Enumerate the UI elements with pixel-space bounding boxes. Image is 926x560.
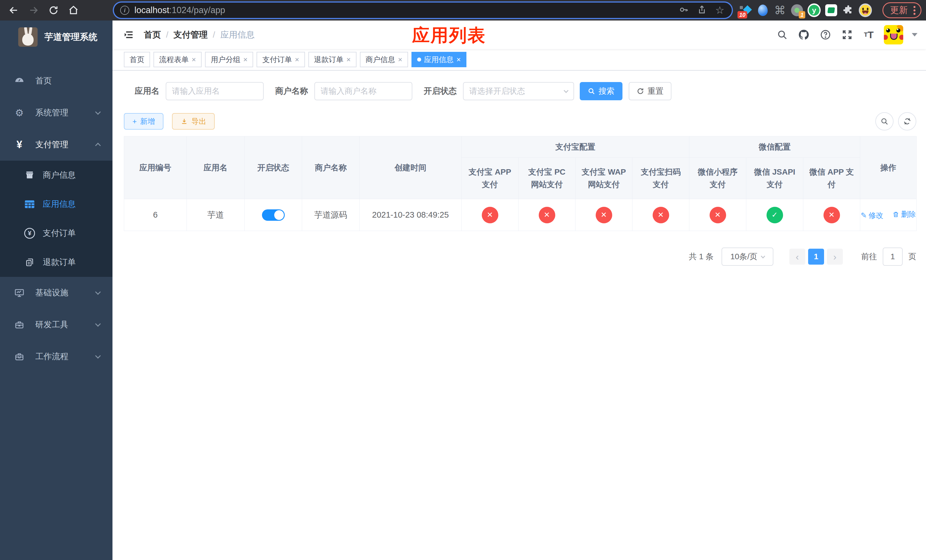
- sidebar: 芋道管理系统 首页 ⚙ 系统管理 ¥ 支付管理: [0, 21, 112, 560]
- refresh-table-button[interactable]: [898, 112, 916, 130]
- sidebar-item-merchant-info[interactable]: 商户信息: [0, 160, 112, 190]
- breadcrumb: 首页 / 支付管理 / 应用信息: [144, 21, 254, 49]
- col-alipay-wap: 支付宝 WAP 网站支付: [575, 158, 632, 199]
- tab-home[interactable]: 首页: [124, 52, 150, 67]
- col-status: 开启状态: [245, 136, 302, 199]
- merchant-name-input[interactable]: [314, 82, 412, 100]
- page-number-active[interactable]: 1: [808, 249, 824, 265]
- extensions-puzzle-icon[interactable]: [842, 4, 855, 17]
- search-icon[interactable]: [776, 28, 789, 41]
- reset-button[interactable]: 重置: [629, 82, 672, 100]
- edit-link[interactable]: ✎修改: [861, 210, 884, 221]
- sidebar-item-pay-orders[interactable]: ¥ 支付订单: [0, 219, 112, 248]
- extension-chat-icon[interactable]: [825, 4, 838, 17]
- close-icon[interactable]: ×: [192, 55, 196, 64]
- close-icon[interactable]: ×: [243, 55, 247, 64]
- refresh-icon: [903, 117, 911, 125]
- status-label: 开启状态: [424, 85, 457, 97]
- extension-badge: 1: [799, 11, 805, 18]
- sidebar-item-refund-orders[interactable]: 退款订单: [0, 248, 112, 277]
- cell-wx-app: ✕: [803, 199, 860, 231]
- close-icon[interactable]: ×: [457, 55, 461, 64]
- page-info-icon[interactable]: i: [120, 6, 129, 15]
- forward-icon[interactable]: [27, 4, 40, 17]
- page-unit-label: 页: [908, 251, 916, 262]
- col-alipay-pc: 支付宝 PC 网站支付: [519, 158, 575, 199]
- bookmark-star-icon[interactable]: ☆: [715, 5, 725, 15]
- toggle-search-button[interactable]: [875, 112, 894, 130]
- chevron-down-icon: [95, 109, 101, 115]
- group-alipay-config: 支付宝配置: [461, 136, 689, 158]
- status-toggle[interactable]: [262, 209, 285, 221]
- cell-alipay-app: ✕: [461, 199, 519, 231]
- delete-link[interactable]: 删除: [893, 209, 916, 219]
- sidebar-item-payment[interactable]: ¥ 支付管理: [0, 129, 112, 160]
- tab-app-info[interactable]: 应用信息 ×: [412, 52, 466, 67]
- sidebar-item-workflow[interactable]: 工作流程: [0, 341, 112, 372]
- tab-process-form[interactable]: 流程表单×: [153, 52, 201, 67]
- breadcrumb-payment[interactable]: 支付管理: [173, 29, 207, 41]
- search-button[interactable]: 搜索: [580, 82, 622, 100]
- status-select[interactable]: 请选择开启状态: [463, 82, 574, 100]
- trash-icon: [893, 211, 899, 218]
- page-content: 应用名 商户名称 开启状态 请选择开启状态 搜索: [112, 71, 926, 266]
- close-icon[interactable]: ×: [346, 55, 351, 64]
- extension-balloon-icon[interactable]: [756, 4, 769, 17]
- documents-icon: [22, 258, 37, 267]
- extension-yuque-icon[interactable]: y: [808, 4, 821, 17]
- goto-page-input[interactable]: [883, 248, 903, 266]
- close-icon[interactable]: ×: [295, 55, 299, 64]
- extension-diamond-icon[interactable]: 10: [739, 4, 752, 17]
- extension-command-icon[interactable]: ⌘: [773, 4, 787, 17]
- cell-merchant: 芋道源码: [302, 199, 360, 231]
- add-button[interactable]: + 新增: [124, 113, 163, 130]
- back-icon[interactable]: [8, 4, 20, 17]
- yen-icon: ¥: [11, 139, 27, 151]
- tab-user-group[interactable]: 用户分组×: [205, 52, 253, 67]
- breadcrumb-current: 应用信息: [220, 29, 254, 41]
- page-size-select[interactable]: 10条/页: [722, 248, 773, 266]
- chevron-up-icon: [95, 143, 101, 148]
- user-avatar[interactable]: [884, 25, 903, 44]
- sidebar-item-dev-tools[interactable]: 研发工具: [0, 309, 112, 341]
- share-icon[interactable]: [697, 5, 707, 16]
- plus-icon: +: [132, 117, 137, 126]
- app-name-label: 应用名: [135, 85, 159, 97]
- browser-menu-icon[interactable]: [914, 6, 915, 15]
- status-fail-icon: ✕: [710, 207, 726, 223]
- tab-merchant-info[interactable]: 商户信息×: [360, 52, 408, 67]
- font-size-icon[interactable]: TT: [862, 28, 875, 41]
- sidebar-item-app-info[interactable]: 应用信息: [0, 190, 112, 219]
- next-page-button[interactable]: ›: [827, 249, 843, 265]
- address-bar[interactable]: i localhost:1024/pay/app ☆: [114, 3, 732, 18]
- breadcrumb-home[interactable]: 首页: [144, 29, 161, 41]
- cell-create-time: 2021-10-23 08:49:25: [360, 199, 461, 231]
- browser-update-button[interactable]: 更新: [882, 2, 921, 18]
- grid-icon: [22, 200, 37, 209]
- sidebar-collapse-icon[interactable]: [122, 29, 135, 41]
- col-wx-app: 微信 APP 支付: [803, 158, 860, 199]
- reload-icon[interactable]: [47, 4, 60, 17]
- col-app-name: 应用名: [187, 136, 245, 199]
- avatar-caret-icon[interactable]: [912, 33, 917, 36]
- app-name-input[interactable]: [166, 82, 264, 100]
- sidebar-logo[interactable]: 芋道管理系统: [0, 21, 112, 53]
- download-icon: [180, 118, 188, 125]
- col-create-time: 创建时间: [360, 136, 461, 199]
- status-fail-icon: ✕: [539, 207, 555, 223]
- prev-page-button[interactable]: ‹: [789, 249, 805, 265]
- github-icon[interactable]: [797, 28, 810, 41]
- tab-refund-orders[interactable]: 退款订单×: [309, 52, 357, 67]
- fullscreen-icon[interactable]: [841, 28, 854, 41]
- tab-pay-orders[interactable]: 支付订单×: [257, 52, 305, 67]
- export-button[interactable]: 导出: [172, 113, 215, 130]
- password-key-icon[interactable]: [679, 5, 688, 16]
- help-icon[interactable]: [819, 28, 832, 41]
- profile-emoji-avatar[interactable]: [859, 4, 872, 17]
- sidebar-item-system[interactable]: ⚙ 系统管理: [0, 97, 112, 129]
- sidebar-item-infrastructure[interactable]: 基础设施: [0, 277, 112, 309]
- home-icon[interactable]: [67, 4, 80, 17]
- close-icon[interactable]: ×: [398, 55, 402, 64]
- sidebar-item-home[interactable]: 首页: [0, 65, 112, 97]
- extension-recorder-icon[interactable]: 1: [790, 4, 803, 17]
